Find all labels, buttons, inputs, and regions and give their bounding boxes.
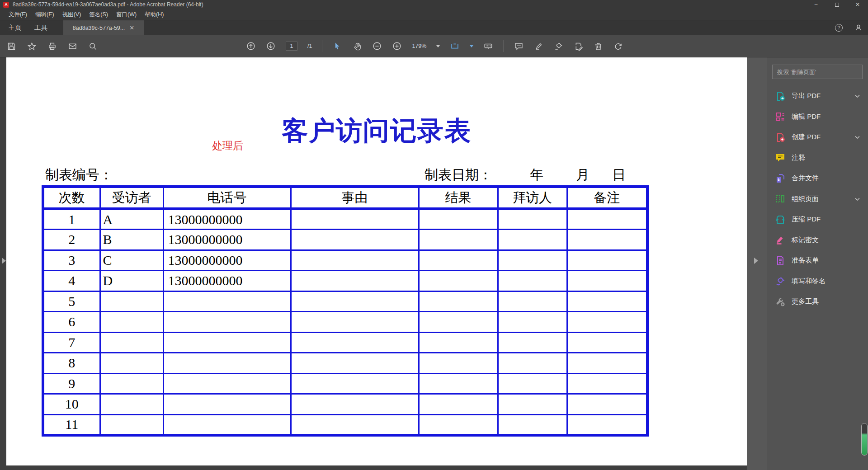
table-cell: 13000000000 xyxy=(163,230,291,250)
tab-home[interactable]: 主页 xyxy=(4,20,26,35)
star-icon xyxy=(27,42,37,51)
search-button[interactable] xyxy=(88,41,98,51)
close-button[interactable]: ✕ xyxy=(847,0,868,9)
toolbar-divider xyxy=(322,40,322,52)
table-header-cell: 电话号 xyxy=(163,187,291,209)
table-cell xyxy=(498,250,567,271)
zoom-dropdown-icon[interactable] xyxy=(436,45,440,47)
account-avatar-icon[interactable] xyxy=(854,24,863,32)
table-cell xyxy=(100,291,163,312)
delete-pages-button[interactable] xyxy=(593,41,603,51)
rotate-pages-button[interactable] xyxy=(613,41,623,51)
table-cell xyxy=(291,271,419,291)
tool-fill-sign[interactable]: 填写和签名 xyxy=(767,271,868,292)
tool-prepare-form[interactable]: 准备表单 xyxy=(767,250,868,271)
menu-file[interactable]: 文件(F) xyxy=(5,9,31,20)
table-row: 4D13000000000 xyxy=(43,271,647,291)
compress-pdf-icon xyxy=(775,214,786,225)
page-fit-button[interactable] xyxy=(450,41,460,51)
reading-mode-button[interactable] xyxy=(483,41,493,51)
table-cell xyxy=(498,373,567,394)
tool-more-tools[interactable]: 更多工具 xyxy=(767,291,868,312)
table-row: 5 xyxy=(43,291,647,312)
search-icon xyxy=(88,42,98,51)
table-row: 3C13000000000 xyxy=(43,250,647,271)
zoom-level-value[interactable]: 179% xyxy=(412,43,426,49)
previous-page-button[interactable] xyxy=(246,41,256,51)
tools-search-input[interactable] xyxy=(772,65,863,79)
tool-edit-pdf[interactable]: 编辑 PDF xyxy=(767,107,868,127)
tool-list: 导出 PDF 编辑 PDF 创建 PDF 注释 合并文件 xyxy=(767,86,868,312)
chevron-down-icon[interactable] xyxy=(854,196,861,202)
table-cell xyxy=(100,414,163,435)
table-row: 6 xyxy=(43,312,647,333)
chevron-down-icon[interactable] xyxy=(854,134,861,141)
highlight-tool-button[interactable] xyxy=(533,41,543,51)
print-button[interactable] xyxy=(47,41,57,51)
tool-comment[interactable]: 注释 xyxy=(767,148,868,169)
print-icon xyxy=(47,42,57,51)
menu-help[interactable]: 帮助(H) xyxy=(141,9,168,20)
tab-document[interactable]: 8ad8a39c-577a-59... ✕ xyxy=(63,20,144,35)
tool-create-pdf[interactable]: 创建 PDF xyxy=(767,127,868,148)
table-cell xyxy=(163,332,291,353)
sign-tool-button[interactable] xyxy=(553,41,563,51)
tool-compress-pdf[interactable]: 压缩 PDF xyxy=(767,209,868,230)
tool-export-pdf[interactable]: 导出 PDF xyxy=(767,86,868,107)
rotate-icon xyxy=(613,42,623,51)
email-button[interactable] xyxy=(67,41,77,51)
tool-label: 组织页面 xyxy=(792,195,819,203)
page-number-input[interactable]: 1 xyxy=(286,42,297,51)
table-row: 1A13000000000 xyxy=(43,209,647,230)
table-cell xyxy=(100,373,163,394)
table-cell xyxy=(567,373,647,394)
table-cell: 5 xyxy=(43,291,100,312)
table-cell xyxy=(567,353,647,374)
nav-pane-toggle[interactable] xyxy=(2,258,6,264)
menu-window[interactable]: 窗口(W) xyxy=(112,9,141,20)
menu-bar: 文件(F) 编辑(E) 视图(V) 签名(S) 窗口(W) 帮助(H) xyxy=(0,9,868,20)
hand-tool-button[interactable] xyxy=(352,41,362,51)
form-number-label: 制表编号： xyxy=(45,166,113,184)
save-button[interactable] xyxy=(6,41,16,51)
document-title: 客户访问记录表 xyxy=(6,113,747,149)
scrollbar-thumb[interactable] xyxy=(861,423,868,456)
table-row: 7 xyxy=(43,332,647,353)
form-date-label: 制表日期： xyxy=(425,166,492,184)
table-cell xyxy=(163,353,291,374)
tool-combine-files[interactable]: 合并文件 xyxy=(767,168,868,189)
tool-organize-pages[interactable]: 组织页面 xyxy=(767,189,868,210)
fill-sign-tool-button[interactable] xyxy=(573,41,583,51)
tool-redact[interactable]: 标记密文 xyxy=(767,230,868,251)
table-cell xyxy=(419,394,498,415)
next-page-button[interactable] xyxy=(266,41,276,51)
annotate-comment-icon xyxy=(775,152,786,163)
table-cell xyxy=(419,414,498,435)
minimize-button[interactable]: – xyxy=(806,0,826,9)
table-cell xyxy=(163,291,291,312)
tab-tools[interactable]: 工具 xyxy=(30,20,52,35)
table-cell xyxy=(498,230,567,250)
chevron-down-icon[interactable] xyxy=(854,93,861,99)
tools-pane-toggle[interactable] xyxy=(754,258,758,264)
window-title: 8ad8a39c-577a-594d-ea19-3a067ae0ad3a.pdf… xyxy=(13,1,203,8)
help-icon[interactable]: ? xyxy=(835,24,843,32)
menu-view[interactable]: 视图(V) xyxy=(58,9,85,20)
zoom-in-icon xyxy=(392,41,402,51)
table-cell xyxy=(291,394,419,415)
page-edit-icon xyxy=(574,42,583,51)
comment-tool-button[interactable] xyxy=(514,41,524,51)
select-tool-button[interactable] xyxy=(332,41,342,51)
zoom-in-button[interactable] xyxy=(392,41,402,51)
page-fit-dropdown-icon[interactable] xyxy=(470,45,473,47)
tab-close-icon[interactable]: ✕ xyxy=(129,25,134,31)
zoom-out-button[interactable] xyxy=(372,41,382,51)
combine-files-icon xyxy=(775,173,786,184)
acrobat-logo-icon: A xyxy=(3,2,9,8)
tool-label: 标记密文 xyxy=(792,236,819,244)
table-cell xyxy=(419,353,498,374)
menu-edit[interactable]: 编辑(E) xyxy=(31,9,58,20)
favorite-button[interactable] xyxy=(27,41,37,51)
maximize-button[interactable] xyxy=(826,0,847,9)
menu-sign[interactable]: 签名(S) xyxy=(85,9,112,20)
